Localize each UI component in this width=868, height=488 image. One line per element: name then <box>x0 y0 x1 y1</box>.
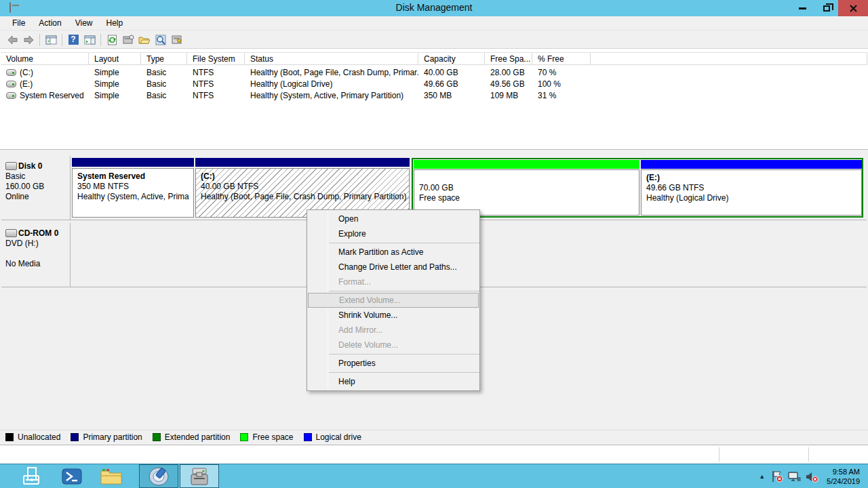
context-menu-item-shrink-volume[interactable]: Shrink Volume... <box>307 308 479 323</box>
context-menu-item-extend-volume: Extend Volume... <box>308 293 479 308</box>
close-button[interactable] <box>838 0 868 16</box>
taskbar-powershell-icon[interactable] <box>52 464 92 488</box>
legend-swatch-extended <box>153 433 161 441</box>
column-header-filler <box>591 53 867 64</box>
hard-disk-icon <box>5 162 17 170</box>
forward-icon[interactable] <box>20 33 37 47</box>
volume-list-header: Volume Layout Type File System Status Ca… <box>1 52 867 65</box>
context-menu-item-mark-partition-active[interactable]: Mark Partition as Active <box>307 245 479 260</box>
menu-action[interactable]: Action <box>32 17 68 29</box>
column-header-volume[interactable]: Volume <box>1 53 89 64</box>
volume-list-panel: Volume Layout Type File System Status Ca… <box>0 49 868 150</box>
column-header-free-space[interactable]: Free Spa... <box>485 53 532 64</box>
context-menu-separator <box>329 372 479 373</box>
legend-bar: Unallocated Primary partition Extended p… <box>0 430 868 444</box>
clock-date: 5/24/2019 <box>827 476 860 486</box>
context-menu-item-delete-volume: Delete Volume... <box>307 338 479 352</box>
show-action-pane-icon[interactable] <box>81 33 98 47</box>
legend-swatch-logical <box>304 433 312 441</box>
menu-view[interactable]: View <box>68 17 100 29</box>
clock-time: 9:58 AM <box>827 467 860 476</box>
legend-label-unallocated: Unallocated <box>18 432 60 442</box>
context-menu-item-open[interactable]: Open <box>307 211 479 226</box>
taskbar-disk-management-icon[interactable] <box>180 464 219 488</box>
title-bar: Disk Management <box>0 0 868 16</box>
volume-icon <box>6 81 16 87</box>
context-menu-separator <box>329 354 479 354</box>
legend-swatch-primary <box>71 433 79 441</box>
volume-muted-icon[interactable] <box>806 471 818 483</box>
taskbar-clock[interactable]: 9:58 AM 5/24/2019 <box>827 467 860 486</box>
volume-icon <box>6 92 16 99</box>
properties-icon[interactable] <box>120 33 136 47</box>
screen: Disk Management File Action View Help ? <box>0 0 868 488</box>
volume-row-e[interactable]: (E:) Simple Basic NTFS Healthy (Logical … <box>1 78 867 89</box>
cdrom-label[interactable]: CD-ROM 0 DVD (H:) No Media <box>1 223 71 287</box>
menu-bar: File Action View Help <box>0 16 868 30</box>
taskbar-file-explorer-icon[interactable] <box>92 464 131 488</box>
system-tray: ▲ 9:58 AM 5/24/2019 <box>759 464 864 488</box>
volume-row-c[interactable]: (C:) Simple Basic NTFS Healthy (Boot, Pa… <box>1 66 867 78</box>
refresh-icon[interactable] <box>104 33 120 47</box>
search-icon[interactable] <box>153 33 169 47</box>
logical-drive-header-strip <box>641 160 862 169</box>
legend-swatch-unallocated <box>5 433 14 441</box>
back-icon[interactable] <box>4 33 20 47</box>
open-folder-icon[interactable] <box>136 33 153 47</box>
restore-button[interactable] <box>814 0 838 16</box>
minimize-button[interactable] <box>791 0 814 16</box>
column-header-file-system[interactable]: File System <box>187 53 245 64</box>
show-hidden-icons-icon[interactable]: ▲ <box>759 473 765 480</box>
context-menu-item-help[interactable]: Help <box>307 374 479 389</box>
toolbar: ? <box>0 31 868 49</box>
partition-system-reserved[interactable]: System Reserved 350 MB NTFS Healthy (Sys… <box>72 158 194 218</box>
column-header-status[interactable]: Status <box>245 53 418 64</box>
context-menu-item-change-drive-letter[interactable]: Change Drive Letter and Paths... <box>307 260 479 274</box>
disk0-label[interactable]: Disk 0 Basic 160.00 GB Online <box>1 156 71 220</box>
free-space-header-strip <box>414 160 639 169</box>
cdrom-icon <box>5 229 17 237</box>
taskbar-disk-tool-icon[interactable] <box>139 464 178 488</box>
context-menu-item-add-mirror: Add Mirror... <box>307 323 479 338</box>
status-bar <box>0 445 868 464</box>
network-icon[interactable] <box>788 471 801 483</box>
context-menu-separator <box>329 291 479 291</box>
volume-row-system-reserved[interactable]: System Reserved Simple Basic NTFS Health… <box>1 89 867 101</box>
column-header-layout[interactable]: Layout <box>89 53 141 64</box>
legend-label-free-space: Free space <box>252 432 293 442</box>
legend-swatch-free-space <box>240 433 248 441</box>
help-icon[interactable]: ? <box>65 33 81 47</box>
action-center-flag-icon[interactable] <box>771 470 783 483</box>
partition-c[interactable]: (C:) 40.00 GB NTFS Healthy (Boot, Page F… <box>195 158 410 218</box>
legend-label-extended: Extended partition <box>165 432 231 442</box>
legend-label-primary: Primary partition <box>83 432 142 442</box>
column-header-type[interactable]: Type <box>141 53 187 64</box>
menu-file[interactable]: File <box>5 17 32 29</box>
window-title: Disk Management <box>0 2 868 13</box>
menu-help[interactable]: Help <box>100 17 130 29</box>
taskbar: ▲ 9:58 AM 5/24/2019 <box>0 464 868 488</box>
partition-header-strip <box>72 158 194 167</box>
taskbar-server-manager-icon[interactable] <box>13 464 52 488</box>
partition-e[interactable]: (E:) 49.66 GB NTFS Healthy (Logical Driv… <box>641 160 862 216</box>
context-menu-item-explore[interactable]: Explore <box>307 226 479 241</box>
partition-header-strip <box>195 158 410 167</box>
column-header-pct-free[interactable]: % Free <box>532 53 591 64</box>
context-menu: Open Explore Mark Partition as Active Ch… <box>307 209 480 391</box>
volume-icon <box>6 69 16 76</box>
free-space-block[interactable]: 70.00 GB Free space <box>414 160 639 216</box>
context-menu-item-properties[interactable]: Properties <box>307 356 479 371</box>
context-menu-item-format: Format... <box>307 274 479 289</box>
disk-settings-icon[interactable] <box>169 33 185 47</box>
legend-label-logical: Logical drive <box>316 432 361 442</box>
extended-partition-container: 70.00 GB Free space (E:) 49.66 GB NTFS H… <box>412 158 863 218</box>
context-menu-separator <box>329 243 479 243</box>
show-console-tree-icon[interactable] <box>43 33 59 47</box>
column-header-capacity[interactable]: Capacity <box>418 53 485 64</box>
